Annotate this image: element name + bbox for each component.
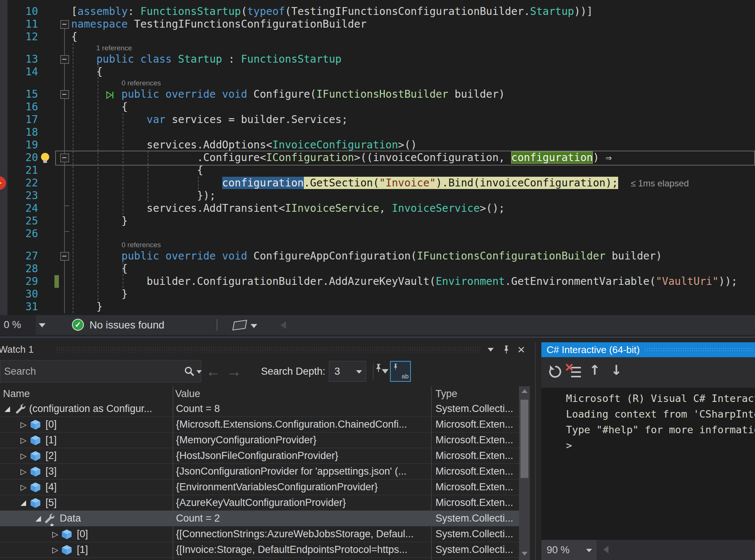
line-number[interactable]: 21 bbox=[0, 164, 38, 177]
code-line[interactable]: 10[assembly: FunctionsStartup(typeof(Tes… bbox=[0, 5, 755, 18]
line-number[interactable]: 30 bbox=[0, 288, 38, 301]
code-line[interactable]: 18 bbox=[0, 126, 755, 139]
run-marker-icon[interactable] bbox=[105, 90, 115, 103]
expand-icon[interactable]: ▷ bbox=[21, 479, 26, 495]
watch-value[interactable]: {JsonConfigurationProvider for 'appsetti… bbox=[176, 464, 430, 479]
line-number[interactable]: 28 bbox=[0, 262, 38, 275]
chevron-down-icon[interactable] bbox=[251, 324, 257, 328]
watch-row[interactable]: ▷[0]{Microsoft.Extensions.Configuration.… bbox=[0, 417, 519, 432]
watch-value[interactable]: {EnvironmentVariablesConfigurationProvid… bbox=[176, 479, 430, 495]
watchpoint-filter-icon[interactable] bbox=[374, 363, 390, 380]
scroll-down-icon[interactable] bbox=[522, 552, 528, 556]
fold-toggle-icon[interactable] bbox=[60, 20, 69, 29]
collapse-icon[interactable] bbox=[4, 406, 10, 412]
line-number[interactable]: 13 bbox=[0, 53, 38, 66]
code-line[interactable]: 11namespace TestingIFunctionsConfigurati… bbox=[0, 18, 755, 31]
fold-toggle-icon[interactable] bbox=[60, 55, 69, 64]
watch-name-cell[interactable]: ▷[0] bbox=[0, 417, 173, 432]
watch-row[interactable]: ▷ bbox=[0, 558, 519, 560]
line-number[interactable]: 14 bbox=[0, 66, 38, 78]
watch-row[interactable]: ▷[1]{MemoryConfigurationProvider}Microso… bbox=[0, 432, 519, 448]
watch-value[interactable]: Count = 8 bbox=[176, 401, 430, 416]
watch-row[interactable]: (configuration as Configur...Count = 8Sy… bbox=[0, 401, 519, 417]
scrollbar-thumb[interactable] bbox=[520, 400, 528, 478]
watch-name-cell[interactable]: ▷[2] bbox=[0, 448, 173, 463]
watch-value[interactable]: {MemoryConfigurationProvider} bbox=[176, 432, 430, 448]
watch-name-cell[interactable]: (configuration as Configur... bbox=[0, 401, 173, 416]
no-issues-check-icon[interactable]: ✓ bbox=[72, 319, 84, 331]
pin-icon[interactable] bbox=[502, 345, 511, 355]
history-previous-icon[interactable]: ↑ bbox=[589, 362, 600, 378]
lightbulb-icon[interactable] bbox=[41, 153, 49, 161]
line-number[interactable]: 11 bbox=[0, 18, 38, 31]
scroll-left-icon[interactable] bbox=[280, 321, 286, 329]
codelens-references[interactable]: 0 references bbox=[122, 240, 161, 250]
code-line[interactable]: 24 services.AddTransient<IInvoiceService… bbox=[0, 202, 755, 215]
chevron-down-icon[interactable] bbox=[39, 323, 45, 327]
watch-row[interactable]: ★DataCount = 2System.Collecti... bbox=[0, 511, 519, 526]
code-line[interactable]: 16 { bbox=[0, 101, 755, 113]
line-number[interactable]: 29 bbox=[0, 275, 38, 288]
watch-value[interactable]: {[ConnectionStrings:AzureWebJobsStorage,… bbox=[176, 526, 430, 542]
search-forward-icon[interactable]: → bbox=[227, 356, 242, 386]
code-line[interactable]: 29 builder.ConfigurationBuilder.AddAzure… bbox=[0, 275, 755, 288]
window-position-icon[interactable] bbox=[488, 348, 494, 352]
watch-value[interactable] bbox=[176, 558, 430, 560]
clear-screen-icon[interactable]: ✕ bbox=[566, 364, 582, 380]
line-number[interactable]: 23 bbox=[0, 189, 38, 202]
pin-values-toggle[interactable]: ab bbox=[390, 361, 411, 382]
watch-value[interactable]: {Microsoft.Extensions.Configuration.Chai… bbox=[176, 417, 430, 432]
search-depth-select[interactable]: 3 bbox=[329, 361, 366, 382]
code-line[interactable]: 27 public override void ConfigureAppConf… bbox=[0, 250, 755, 262]
line-number[interactable]: 31 bbox=[0, 301, 38, 313]
watch-value[interactable]: Count = 2 bbox=[176, 511, 430, 526]
code-line[interactable]: 12{ bbox=[0, 31, 755, 43]
code-line[interactable]: 26 bbox=[0, 227, 755, 240]
collapse-icon[interactable] bbox=[35, 516, 41, 522]
codelens-references[interactable]: 0 references bbox=[122, 78, 161, 88]
interactive-zoom-select[interactable]: 90 % bbox=[541, 540, 597, 560]
close-icon[interactable]: × bbox=[518, 342, 525, 356]
watch-scrollbar[interactable] bbox=[519, 386, 530, 560]
perf-tip[interactable]: ≤ 1ms elapsed bbox=[631, 178, 689, 188]
watch-name-cell[interactable]: ▷[0] bbox=[0, 526, 173, 542]
line-number[interactable]: 15 bbox=[0, 88, 38, 101]
chevron-down-icon[interactable] bbox=[196, 370, 202, 374]
interactive-output[interactable]: Microsoft (R) Visual C# Interactive Comp… bbox=[541, 388, 755, 540]
code-line[interactable]: 25 } bbox=[0, 215, 755, 227]
line-number[interactable]: 27 bbox=[0, 250, 38, 262]
expand-icon[interactable]: ▷ bbox=[21, 464, 26, 479]
code-line[interactable]: 19 services.AddOptions<InvoiceConfigurat… bbox=[0, 139, 755, 151]
fold-toggle-icon[interactable] bbox=[60, 252, 69, 261]
line-number[interactable]: 24 bbox=[0, 202, 38, 215]
expand-icon[interactable]: ▷ bbox=[52, 542, 58, 557]
watch-row[interactable]: ▷[3]{JsonConfigurationProvider for 'apps… bbox=[0, 464, 519, 479]
code-line[interactable]: 28 { bbox=[0, 262, 755, 275]
expand-icon[interactable]: ▷ bbox=[21, 417, 26, 432]
code-line[interactable]: 23 }); bbox=[0, 189, 755, 202]
collapse-icon[interactable] bbox=[21, 500, 26, 506]
code-line[interactable]: 15 public override void Configure(IFunct… bbox=[0, 88, 755, 101]
code-line[interactable]: 17 var services = builder.Services; bbox=[0, 113, 755, 126]
code-line[interactable]: 14 { bbox=[0, 66, 755, 78]
expand-icon[interactable]: ▷ bbox=[21, 448, 26, 463]
fold-toggle-icon[interactable] bbox=[60, 90, 69, 99]
code-editor[interactable]: 10[assembly: FunctionsStartup(typeof(Tes… bbox=[0, 0, 755, 315]
watch-row[interactable]: ▷[0]{[ConnectionStrings:AzureWebJobsStor… bbox=[0, 526, 519, 542]
watch-grid-header[interactable]: Name Value Type bbox=[0, 386, 519, 401]
watch-value[interactable]: {[Invoice:Storage, DefaultEndpointsProto… bbox=[176, 542, 430, 557]
panel-splitter[interactable] bbox=[530, 342, 541, 560]
code-line[interactable]: 30 } bbox=[0, 288, 755, 301]
code-line[interactable]: 20 .Configure<IConfiguration>((invoiceCo… bbox=[0, 151, 755, 164]
history-next-icon[interactable]: ↓ bbox=[611, 362, 622, 378]
line-number[interactable]: 12 bbox=[0, 31, 38, 43]
column-header-value[interactable]: Value bbox=[175, 386, 200, 401]
column-header-type[interactable]: Type bbox=[435, 386, 457, 401]
code-line[interactable]: 13 public class Startup : FunctionsStart… bbox=[0, 53, 755, 66]
reset-icon[interactable] bbox=[547, 364, 563, 380]
search-input[interactable]: Search bbox=[0, 360, 201, 383]
watch-name-cell[interactable]: ★Data bbox=[0, 511, 173, 526]
scroll-left-icon[interactable] bbox=[603, 546, 608, 553]
expand-icon[interactable]: ▷ bbox=[21, 432, 26, 448]
watch-name-cell[interactable]: ▷[1] bbox=[0, 432, 173, 448]
